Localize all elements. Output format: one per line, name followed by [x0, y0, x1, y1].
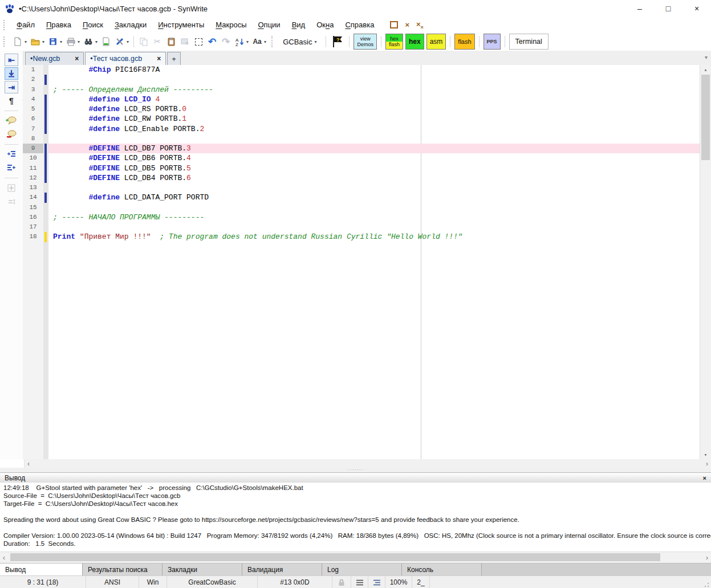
output-horizontal-scrollbar[interactable]: ‹ ›	[0, 552, 711, 564]
panel-tab-log[interactable]: Log	[322, 564, 402, 576]
code-line[interactable]: 2	[23, 75, 711, 84]
mdi-restore-icon[interactable]	[390, 21, 398, 28]
line-number[interactable]: 11	[23, 164, 43, 173]
line-number[interactable]: 10	[23, 153, 43, 163]
copy-button[interactable]	[137, 35, 150, 48]
code-line[interactable]: 7 #define LCD_Enable PORTB.2	[23, 124, 711, 134]
status-tab-size[interactable]: 2_	[412, 576, 430, 588]
line-number[interactable]: 13	[23, 183, 43, 193]
code-line[interactable]: 14 #define LCD_DATA_PORT PORTD	[23, 193, 711, 202]
scroll-left-icon[interactable]: ‹	[3, 552, 5, 564]
code-line[interactable]: 1 #Chip PIC16F877A	[23, 65, 711, 75]
line-number[interactable]: 8	[23, 134, 43, 144]
resize-grip-icon[interactable]	[704, 582, 710, 587]
code-line-body[interactable]: #DEFINE LCD_DB4 PORTB.6	[48, 173, 711, 183]
menu-item-windows[interactable]: Окна	[311, 19, 339, 31]
close-icon[interactable]: ×	[157, 55, 161, 63]
code-line-body[interactable]: #Chip PIC16F877A	[48, 65, 711, 75]
scroll-right-icon[interactable]: ›	[706, 552, 708, 564]
line-number[interactable]: 2	[23, 75, 43, 84]
open-file-button[interactable]	[29, 35, 42, 48]
mdi-close-all-icon[interactable]: ××	[416, 20, 424, 30]
redo-button[interactable]: ↷	[220, 35, 232, 48]
line-number[interactable]: 12	[23, 173, 43, 183]
flash-button[interactable]: flash	[454, 34, 474, 50]
code-line[interactable]: 15	[23, 203, 711, 213]
code-line-body[interactable]: ; ----- НАЧАЛО ПРОГРАММЫ ---------	[48, 213, 711, 222]
new-tab-button[interactable]: +	[167, 52, 181, 65]
code-line-body[interactable]: #define LCD_IO 4	[48, 95, 711, 104]
scrollbar-thumb[interactable]	[701, 75, 710, 160]
scroll-down-icon[interactable]: ▾	[700, 450, 711, 459]
undo-button[interactable]: ↶	[206, 35, 218, 48]
scroll-right-icon[interactable]: ›	[706, 459, 708, 468]
case-dropdown-icon[interactable]: ▾	[264, 39, 266, 44]
close-button[interactable]: ×	[682, 0, 711, 17]
code-line[interactable]: 16; ----- НАЧАЛО ПРОГРАММЫ ---------	[23, 213, 711, 222]
menu-item-view[interactable]: Вид	[286, 19, 311, 31]
line-number[interactable]: 18	[23, 232, 43, 242]
comment-remove-icon[interactable]	[5, 128, 18, 141]
drop-down-icon[interactable]	[5, 67, 18, 80]
code-line-body[interactable]: #DEFINE LCD_DB7 PORTB.3	[48, 144, 711, 153]
code-line-body[interactable]	[48, 222, 711, 232]
delete-block-button[interactable]	[178, 35, 191, 48]
status-zoom[interactable]: 100%	[385, 576, 412, 588]
mdi-close-icon[interactable]: ×	[405, 21, 409, 29]
pps-button[interactable]: PPS	[484, 34, 501, 50]
toolbar-grip[interactable]	[3, 36, 7, 47]
unindent-block-icon[interactable]	[5, 162, 18, 174]
code-line-body[interactable]	[48, 183, 711, 193]
find-button[interactable]	[82, 35, 95, 48]
maximize-button[interactable]: □	[654, 0, 682, 17]
comment-add-icon[interactable]	[5, 115, 18, 127]
menu-item-macros[interactable]: Макросы	[210, 19, 252, 31]
sort-button[interactable]: AZ	[233, 35, 246, 48]
line-number[interactable]: 7	[23, 124, 43, 134]
panel-tab-console[interactable]: Консоль	[402, 564, 482, 576]
tools-dropdown-icon[interactable]: ▾	[127, 39, 129, 44]
print-dropdown-icon[interactable]: ▾	[78, 39, 80, 44]
editor-vertical-scrollbar[interactable]: ▴ ▾	[700, 65, 711, 459]
open-file-dropdown-icon[interactable]: ▾	[42, 39, 44, 44]
code-line-body[interactable]	[48, 75, 711, 84]
new-file-dropdown-icon[interactable]: ▾	[25, 39, 27, 44]
find-dropdown-icon[interactable]: ▾	[95, 39, 97, 44]
code-line[interactable]: 5 #define LCD_RS PORTB.0	[23, 104, 711, 114]
tab-list-dropdown-icon[interactable]: ▾	[705, 54, 708, 60]
code-line-body[interactable]: #define LCD_RW PORTB.1	[48, 114, 711, 124]
scroll-left-icon[interactable]: ‹	[27, 459, 30, 468]
code-line-body[interactable]: #DEFINE LCD_DB6 PORTB.4	[48, 153, 711, 163]
flag-help-button[interactable]: ?	[330, 35, 346, 48]
minimize-button[interactable]: –	[625, 0, 654, 17]
print-button[interactable]	[64, 35, 77, 48]
panel-tab-output[interactable]: Вывод	[0, 564, 83, 576]
status-char-code[interactable]: #13 0x0D	[258, 576, 332, 588]
terminal-button[interactable]: Terminal	[509, 34, 549, 50]
line-number[interactable]: 6	[23, 114, 43, 124]
code-line-body[interactable]: Print "Привет Мир !!!" ; The program doe…	[48, 232, 711, 242]
status-lexer[interactable]: GreatCowBasic	[167, 576, 258, 588]
goto-left-icon[interactable]: ⇤	[5, 54, 18, 66]
cut-button[interactable]: ✂	[151, 35, 164, 48]
line-number[interactable]: 14	[23, 193, 43, 202]
select-block-button[interactable]	[192, 35, 205, 48]
panel-tab-validation[interactable]: Валидация	[242, 564, 322, 576]
editor-code-area[interactable]: 1 #Chip PIC16F877A23; ----- Определяем Д…	[23, 65, 711, 242]
line-number[interactable]: 17	[23, 222, 43, 232]
save-file-dropdown-icon[interactable]: ▾	[60, 39, 62, 44]
code-line-body[interactable]: #DEFINE LCD_DB5 PORTB.5	[48, 164, 711, 173]
status-wrap-mode[interactable]	[351, 576, 368, 588]
code-editor[interactable]: 1 #Chip PIC16F877A23; ----- Определяем Д…	[23, 65, 711, 459]
status-encoding[interactable]: ANSI	[86, 576, 139, 588]
code-line[interactable]: 17	[23, 222, 711, 232]
menu-item-tools[interactable]: Инструменты	[152, 19, 210, 31]
status-readonly-lock[interactable]	[332, 576, 351, 588]
line-number[interactable]: 1	[23, 65, 43, 75]
line-number[interactable]: 15	[23, 203, 43, 213]
menu-item-edit[interactable]: Правка	[40, 19, 77, 31]
code-line[interactable]: 3; ----- Определяем Дисплей ---------	[23, 85, 711, 95]
scroll-up-icon[interactable]: ▴	[700, 65, 711, 74]
close-icon[interactable]: ×	[703, 475, 706, 481]
paste-button[interactable]	[165, 35, 177, 48]
